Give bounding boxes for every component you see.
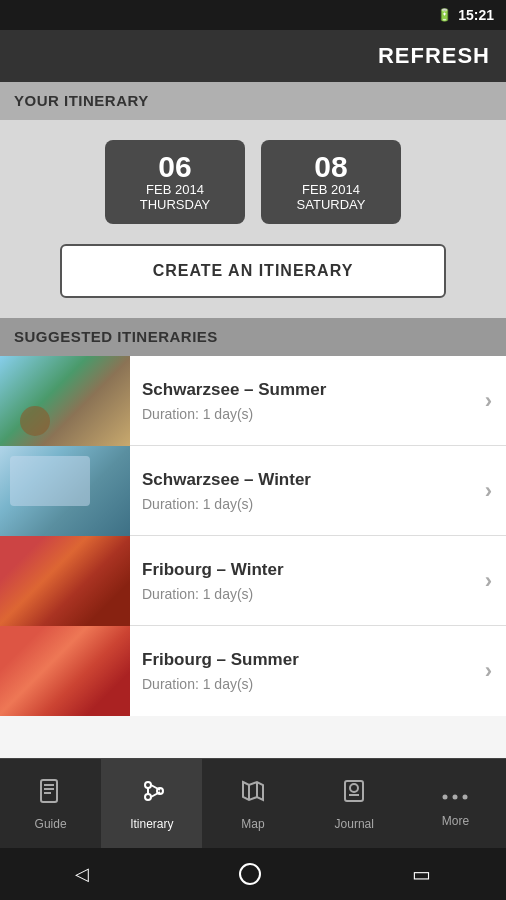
nav-item-more[interactable]: More bbox=[405, 759, 506, 848]
item-thumbnail-3 bbox=[0, 626, 130, 716]
system-nav-bar bbox=[0, 848, 506, 900]
item-thumbnail-1 bbox=[0, 446, 130, 536]
your-itinerary-label: YOUR ITINERARY bbox=[14, 92, 149, 109]
nav-item-journal[interactable]: Journal bbox=[304, 759, 405, 848]
end-date-button[interactable]: 08 FEB 2014 SATURDAY bbox=[261, 140, 401, 224]
suggested-itineraries-header: SUGGESTED ITINERARIES bbox=[0, 318, 506, 356]
item-title-3: Fribourg – Summer bbox=[142, 650, 473, 670]
svg-rect-0 bbox=[41, 780, 57, 802]
create-itinerary-button[interactable]: CREATE AN ITINERARY bbox=[60, 244, 446, 298]
start-date-month: FEB 2014 bbox=[146, 182, 204, 197]
end-date-day: 08 bbox=[314, 152, 347, 182]
home-button[interactable] bbox=[239, 863, 261, 885]
date-selection-area: 06 FEB 2014 THURSDAY 08 FEB 2014 SATURDA… bbox=[0, 120, 506, 244]
itinerary-icon bbox=[138, 777, 166, 811]
chevron-right-icon: › bbox=[485, 658, 506, 684]
svg-rect-1 bbox=[44, 784, 54, 786]
itinerary-list-item[interactable]: Schwarzsee – Summer Duration: 1 day(s) › bbox=[0, 356, 506, 446]
suggested-itineraries-label: SUGGESTED ITINERARIES bbox=[14, 328, 218, 345]
map-icon bbox=[239, 777, 267, 811]
nav-item-guide[interactable]: Guide bbox=[0, 759, 101, 848]
svg-point-9 bbox=[157, 788, 163, 794]
svg-point-16 bbox=[443, 794, 448, 799]
itinerary-list-item[interactable]: Fribourg – Winter Duration: 1 day(s) › bbox=[0, 536, 506, 626]
nav-label-journal: Journal bbox=[335, 817, 374, 831]
item-duration-0: Duration: 1 day(s) bbox=[142, 406, 473, 422]
bottom-nav: Guide Itinerary Map bbox=[0, 758, 506, 848]
nav-item-map[interactable]: Map bbox=[202, 759, 303, 848]
journal-icon bbox=[340, 777, 368, 811]
more-icon bbox=[441, 780, 469, 808]
svg-point-4 bbox=[145, 782, 151, 788]
end-date-weekday: SATURDAY bbox=[297, 197, 366, 212]
svg-point-17 bbox=[453, 794, 458, 799]
item-thumbnail-2 bbox=[0, 536, 130, 626]
item-info-2: Fribourg – Winter Duration: 1 day(s) bbox=[130, 550, 485, 612]
svg-point-5 bbox=[145, 794, 151, 800]
nav-item-itinerary[interactable]: Itinerary bbox=[101, 759, 202, 848]
recents-button[interactable] bbox=[412, 862, 431, 886]
item-info-1: Schwarzsee – Winter Duration: 1 day(s) bbox=[130, 460, 485, 522]
nav-label-itinerary: Itinerary bbox=[130, 817, 173, 831]
svg-point-18 bbox=[463, 794, 468, 799]
nav-label-more: More bbox=[442, 814, 469, 828]
nav-label-map: Map bbox=[241, 817, 264, 831]
item-thumbnail-0 bbox=[0, 356, 130, 446]
svg-rect-3 bbox=[44, 792, 51, 794]
create-button-area: CREATE AN ITINERARY bbox=[0, 244, 506, 318]
item-duration-2: Duration: 1 day(s) bbox=[142, 586, 473, 602]
battery-icon: 🔋 bbox=[437, 8, 452, 22]
item-duration-3: Duration: 1 day(s) bbox=[142, 676, 473, 692]
itinerary-list-item[interactable]: Schwarzsee – Winter Duration: 1 day(s) › bbox=[0, 446, 506, 536]
svg-marker-10 bbox=[243, 782, 263, 800]
item-title-2: Fribourg – Winter bbox=[142, 560, 473, 580]
status-bar: 🔋 15:21 bbox=[0, 0, 506, 30]
item-title-0: Schwarzsee – Summer bbox=[142, 380, 473, 400]
itinerary-list-item[interactable]: Fribourg – Summer Duration: 1 day(s) › bbox=[0, 626, 506, 716]
refresh-button[interactable]: REFRESH bbox=[378, 43, 490, 69]
svg-rect-2 bbox=[44, 788, 54, 790]
chevron-right-icon: › bbox=[485, 568, 506, 594]
your-itinerary-header: YOUR ITINERARY bbox=[0, 82, 506, 120]
chevron-right-icon: › bbox=[485, 388, 506, 414]
svg-point-14 bbox=[350, 784, 358, 792]
start-date-day: 06 bbox=[158, 152, 191, 182]
item-duration-1: Duration: 1 day(s) bbox=[142, 496, 473, 512]
nav-label-guide: Guide bbox=[35, 817, 67, 831]
item-info-3: Fribourg – Summer Duration: 1 day(s) bbox=[130, 640, 485, 702]
chevron-right-icon: › bbox=[485, 478, 506, 504]
end-date-month: FEB 2014 bbox=[302, 182, 360, 197]
guide-icon bbox=[37, 777, 65, 811]
start-date-weekday: THURSDAY bbox=[140, 197, 211, 212]
start-date-button[interactable]: 06 FEB 2014 THURSDAY bbox=[105, 140, 245, 224]
itinerary-list: Schwarzsee – Summer Duration: 1 day(s) ›… bbox=[0, 356, 506, 758]
svg-rect-15 bbox=[349, 794, 359, 796]
back-button[interactable] bbox=[75, 863, 89, 885]
item-title-1: Schwarzsee – Winter bbox=[142, 470, 473, 490]
status-time: 15:21 bbox=[458, 7, 494, 23]
item-info-0: Schwarzsee – Summer Duration: 1 day(s) bbox=[130, 370, 485, 432]
top-bar: REFRESH bbox=[0, 30, 506, 82]
